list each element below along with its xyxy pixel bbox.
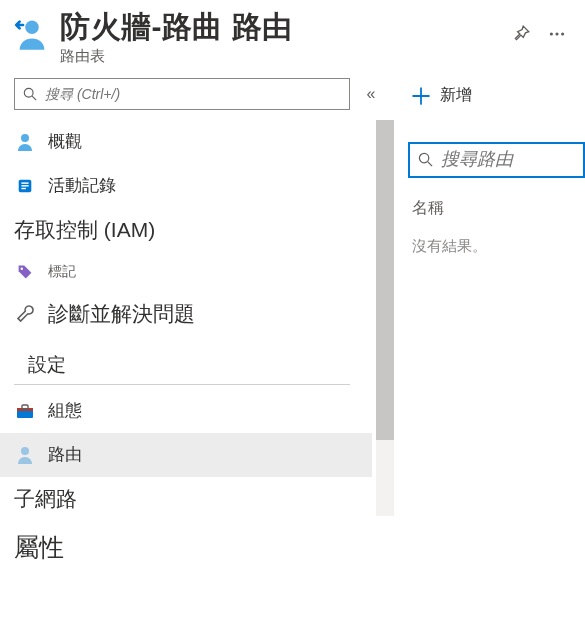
add-button[interactable]: 新增 [408,78,476,114]
column-header-name[interactable]: 名稱 [408,192,585,231]
nav-menu: 概觀 活動記錄 存取控制 (IAM) 標記 [0,120,394,574]
nav-scrollbar[interactable] [376,120,394,516]
content-pane: 新增 名稱 沒有結果。 [394,72,585,635]
nav-item-label: 存取控制 (IAM) [14,216,155,244]
header-titles: 防火牆-路曲 路由 路由表 [60,10,507,66]
nav-item-overview[interactable]: 概觀 [0,120,372,164]
nav-item-iam[interactable]: 存取控制 (IAM) [0,208,372,252]
activity-log-icon [14,175,36,197]
svg-point-16 [419,153,428,162]
svg-rect-9 [21,185,28,186]
menu-search-box[interactable] [14,78,350,110]
nav-item-activity-log[interactable]: 活動記錄 [0,164,372,208]
svg-point-11 [21,267,23,269]
search-icon [23,87,37,101]
toolbox-icon [14,400,36,422]
nav-item-tags[interactable]: 標記 [0,252,372,292]
nav-section-settings: 設定 [14,342,350,385]
menu-search-input[interactable] [45,86,341,102]
resource-header: 防火牆-路曲 路由 路由表 [0,0,585,72]
nav-item-label: 診斷並解決問題 [48,300,195,328]
nav-item-subnets[interactable]: 子網路 [0,477,372,521]
svg-point-2 [555,32,558,35]
nav-item-configuration[interactable]: 組態 [0,389,372,433]
svg-line-17 [428,162,432,166]
svg-rect-10 [21,187,26,188]
svg-line-5 [32,96,36,100]
svg-point-1 [550,32,553,35]
more-button[interactable] [543,20,571,48]
chevron-double-left-icon: « [367,85,376,103]
routes-filter-input[interactable] [441,149,575,170]
add-button-label: 新增 [440,85,472,106]
svg-rect-8 [21,182,28,183]
nav-item-label: 概觀 [48,130,82,153]
svg-point-3 [561,32,564,35]
wrench-icon [14,303,36,325]
nav-item-label: 活動記錄 [48,174,116,197]
nav-item-routes[interactable]: 路由 [0,433,372,477]
plus-icon [412,87,430,105]
empty-results-text: 沒有結果。 [408,231,585,262]
pin-button[interactable] [507,20,535,48]
svg-rect-14 [22,405,28,409]
svg-point-0 [25,21,39,35]
nav-scrollbar-thumb[interactable] [376,120,394,440]
collapse-menu-button[interactable]: « [358,81,384,107]
svg-point-4 [24,88,33,97]
page-title: 防火牆-路曲 路由 [60,10,507,45]
nav-item-diagnose[interactable]: 診斷並解決問題 [0,292,372,336]
nav-item-label: 子網路 [14,485,77,513]
nav-item-properties[interactable]: 屬性 [0,521,372,574]
routes-icon [14,444,36,466]
tag-icon [14,261,36,283]
routes-filter-box[interactable] [408,142,585,178]
resource-type-label: 路由表 [60,47,507,66]
left-pane: « 概觀 活動記錄 存取控制 ( [0,72,394,635]
resource-type-icon [14,16,50,52]
svg-point-15 [21,447,29,455]
search-icon [418,152,433,167]
command-bar: 新增 [408,78,585,114]
nav-item-label: 路由 [48,443,82,466]
svg-point-6 [21,134,29,142]
nav-item-label: 標記 [48,263,76,281]
nav-item-label: 組態 [48,399,82,422]
overview-icon [14,131,36,153]
